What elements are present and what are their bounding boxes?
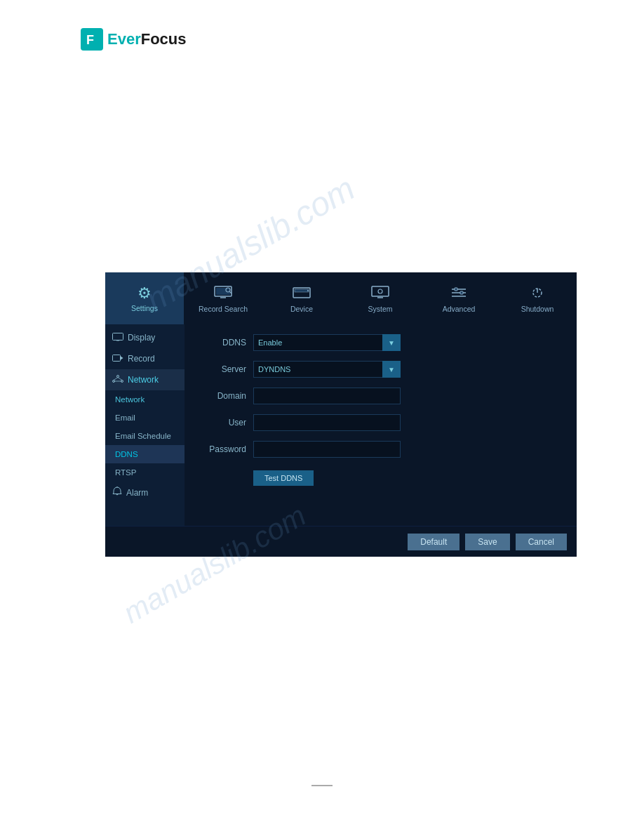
password-input[interactable] (253, 441, 401, 458)
sidebar-item-network[interactable]: Network (105, 390, 185, 409)
svg-text:F: F (86, 33, 94, 47)
test-ddns-wrapper: Test DDNS (199, 468, 563, 486)
nav-shutdown-label: Shutdown (521, 305, 554, 313)
sidebar-item-email-schedule-label: Email Schedule (115, 432, 171, 440)
sidebar-item-email[interactable]: Email (105, 409, 185, 427)
nav-shutdown[interactable]: Shutdown (498, 272, 577, 324)
svg-line-28 (118, 378, 122, 380)
sidebar-item-display[interactable]: Display (105, 327, 185, 348)
logo: F EverFocus (81, 28, 187, 51)
ddns-select-wrapper: Enable Disable ▼ (253, 334, 401, 351)
sidebar-item-network-group-label: Network (128, 375, 159, 385)
nav-system[interactable]: System (341, 272, 420, 324)
nav-settings-label: Settings (131, 304, 158, 312)
password-row: Password (199, 441, 563, 458)
nav-advanced[interactable]: Advanced (420, 272, 498, 324)
content-area: Display Record Network Network (105, 324, 577, 526)
nav-device[interactable]: Device (262, 272, 341, 324)
svg-rect-3 (216, 288, 230, 295)
page-line (311, 785, 333, 786)
sidebar-item-ddns[interactable]: DDNS (105, 445, 185, 463)
svg-point-24 (117, 376, 119, 378)
record-icon (112, 353, 123, 364)
nav-system-label: System (368, 305, 392, 313)
cancel-button[interactable]: Cancel (516, 534, 567, 550)
sidebar: Display Record Network Network (105, 324, 185, 526)
nav-record-search-label: Record Search (199, 305, 248, 313)
display-icon (112, 332, 123, 343)
shutdown-icon (528, 286, 546, 302)
svg-line-27 (114, 378, 118, 380)
domain-label: Domain (199, 391, 246, 401)
device-icon (293, 286, 311, 302)
logo-text: EverFocus (107, 30, 187, 48)
nav-record-search[interactable]: Record Search (184, 272, 262, 324)
sidebar-item-alarm-label: Alarm (126, 488, 148, 498)
domain-row: Domain (199, 388, 563, 404)
svg-rect-22 (113, 355, 121, 362)
user-label: User (199, 418, 246, 428)
sidebar-item-rtsp-label: RTSP (115, 468, 136, 477)
nav-device-label: Device (290, 305, 313, 313)
record-search-icon (214, 286, 232, 302)
logo-icon: F (81, 28, 103, 51)
sidebar-item-record[interactable]: Record (105, 348, 185, 369)
svg-rect-16 (455, 288, 457, 291)
nav-settings[interactable]: ⚙ Settings (105, 272, 184, 324)
top-nav: ⚙ Settings Record Search Device System (105, 272, 577, 324)
sidebar-item-record-label: Record (128, 354, 155, 364)
password-label: Password (199, 444, 246, 454)
svg-point-9 (307, 290, 309, 291)
sidebar-item-display-label: Display (128, 333, 155, 343)
sidebar-item-email-schedule[interactable]: Email Schedule (105, 427, 185, 445)
system-icon (371, 286, 389, 302)
server-select[interactable]: DYNDNS NO-IP 3322 (253, 361, 401, 378)
server-select-wrapper: DYNDNS NO-IP 3322 ▼ (253, 361, 401, 378)
sidebar-item-rtsp[interactable]: RTSP (105, 463, 185, 482)
default-button[interactable]: Default (408, 534, 459, 550)
server-label: Server (199, 364, 246, 374)
domain-input[interactable] (253, 388, 401, 404)
ui-container: ⚙ Settings Record Search Device System (105, 272, 577, 557)
user-row: User (199, 414, 563, 431)
ddns-row: DDNS Enable Disable ▼ (199, 334, 563, 351)
svg-point-11 (378, 289, 382, 293)
settings-icon: ⚙ (137, 286, 152, 301)
main-panel: DDNS Enable Disable ▼ Server DYNDNS NO-I… (185, 324, 577, 526)
network-group-icon (112, 374, 123, 385)
sidebar-item-alarm[interactable]: Alarm (105, 482, 185, 503)
sidebar-item-ddns-label: DDNS (115, 450, 138, 458)
alarm-icon (112, 486, 122, 498)
user-input[interactable] (253, 414, 401, 431)
svg-rect-10 (372, 286, 389, 296)
svg-marker-23 (121, 357, 123, 360)
svg-rect-20 (113, 333, 123, 340)
sidebar-item-network-group[interactable]: Network (105, 369, 185, 390)
save-button[interactable]: Save (465, 534, 509, 550)
svg-rect-17 (460, 291, 463, 294)
sidebar-item-network-label: Network (115, 395, 145, 404)
ddns-label: DDNS (199, 338, 246, 348)
test-ddns-button[interactable]: Test DDNS (253, 470, 314, 486)
nav-advanced-label: Advanced (443, 305, 476, 313)
server-row: Server DYNDNS NO-IP 3322 ▼ (199, 361, 563, 378)
bottom-bar: Default Save Cancel (105, 526, 577, 557)
advanced-icon (450, 286, 468, 302)
sidebar-item-email-label: Email (115, 413, 135, 422)
svg-rect-8 (295, 289, 309, 292)
ddns-select[interactable]: Enable Disable (253, 334, 401, 351)
